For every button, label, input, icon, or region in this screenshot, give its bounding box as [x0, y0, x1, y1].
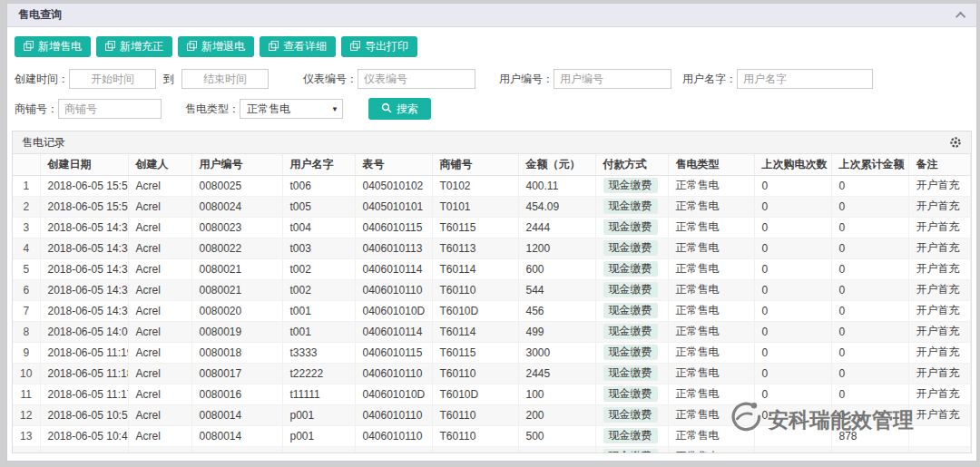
table-cell: 正常售电	[668, 342, 754, 363]
table-row[interactable]: 72018-06-05 14:30:1Acrel0080020t00104060…	[13, 300, 971, 321]
table-cell	[831, 446, 908, 453]
payment-method-badge: 现金缴费	[603, 407, 658, 423]
user-name-input[interactable]	[737, 69, 873, 89]
button-label: 导出打印	[365, 39, 408, 54]
table-cell: 200	[518, 404, 595, 425]
table-cell: t002	[282, 279, 355, 300]
table-row[interactable]: 102018-06-05 11:18:4Acrel0080017t2222204…	[13, 363, 971, 384]
table-cell: t006	[282, 175, 355, 196]
start-time-input[interactable]	[69, 69, 156, 89]
payment-method-badge: 现金缴费	[603, 261, 658, 277]
row-index: 13	[13, 425, 40, 446]
sale-type-select[interactable]: 正常售电 ▼	[240, 99, 343, 119]
table-cell: T60110	[432, 425, 518, 446]
table-cell: 0080017	[191, 363, 282, 384]
collapse-panel-icon[interactable]	[956, 11, 965, 21]
table-cell: 0	[754, 321, 831, 342]
table-cell: 正常售电	[668, 238, 754, 258]
export-print-button[interactable]: 导出打印	[341, 36, 417, 57]
table-cell	[754, 446, 831, 453]
payment-method-badge: 现金缴费	[603, 282, 658, 297]
table-cell: 0080018	[191, 342, 282, 363]
table-cell: 现金缴费	[595, 425, 668, 446]
table-cell: 2018-06-05 10:49:5	[40, 425, 128, 446]
table-cell: 2018-06-05 11:19:0	[40, 342, 128, 363]
user-no-input[interactable]	[554, 69, 671, 89]
table-row[interactable]: 142018-06-05 10:4Acrel0080014p0010406010…	[13, 446, 971, 453]
row-index: 4	[13, 238, 40, 258]
table-row[interactable]: 122018-06-05 10:53:0Acrel0080014p0010406…	[13, 404, 971, 425]
payment-method-badge: 现金缴费	[603, 365, 658, 381]
column-header: 用户编号	[191, 154, 282, 175]
table-row[interactable]: 92018-06-05 11:19:0Acrel0080018t33330406…	[13, 342, 971, 363]
table-cell: t003	[282, 238, 355, 258]
table-cell: 开户首充	[908, 300, 971, 321]
shop-no-label: 商铺号：	[15, 102, 58, 117]
table-cell: 0080020	[191, 300, 282, 321]
view-detail-button[interactable]: 查看详细	[260, 36, 336, 57]
table-row[interactable]: 112018-06-05 11:17:5Acrel0080016t1111104…	[13, 384, 971, 404]
shop-no-input[interactable]	[58, 99, 162, 119]
table-cell: Acrel	[128, 217, 191, 238]
row-index: 3	[13, 217, 40, 238]
table-cell: 2018-06-05 15:51:1	[40, 175, 128, 196]
column-settings-gear-icon[interactable]	[949, 136, 962, 149]
table-cell: 500	[518, 425, 595, 446]
row-index: 8	[13, 321, 40, 342]
table-cell: T60110	[432, 404, 518, 425]
add-sale-button[interactable]: 新增售电	[15, 36, 91, 57]
table-cell: 600	[518, 258, 595, 279]
table-row[interactable]: 42018-06-05 14:33:0Acrel0080022t00304060…	[13, 238, 971, 258]
table-cell: 正常售电	[668, 384, 754, 404]
table-cell: 2018-06-05 14:30:1	[40, 300, 128, 321]
meter-no-input[interactable]	[358, 69, 475, 89]
row-index: 6	[13, 279, 40, 300]
content-area: 新增售电 新增充正 新增退电 查看详细 导出打印 创建时间： 到	[7, 36, 976, 453]
table-row[interactable]: 62018-06-05 14:31:3Acrel0080021t00204060…	[13, 279, 971, 300]
column-header: 用户名字	[282, 154, 355, 175]
user-no-label: 用户编号：	[499, 72, 554, 87]
table-row[interactable]: 82018-06-05 14:05:1Acrel0080019t00104060…	[13, 321, 971, 342]
table-cell: 现金缴费	[595, 217, 668, 238]
table-cell: 0	[754, 342, 831, 363]
table-cell: t001	[282, 300, 355, 321]
table-cell: 2018-06-05 10:4	[40, 446, 128, 453]
table-row[interactable]: 22018-06-05 15:50:1Acrel0080024t00504050…	[13, 196, 971, 217]
table-cell: Acrel	[128, 446, 191, 453]
table-row[interactable]: 12018-06-05 15:51:1Acrel0080025t00604050…	[13, 175, 971, 196]
table-cell: Acrel	[128, 321, 191, 342]
table-cell: 0405010101	[355, 196, 432, 217]
table-cell: 开户首充	[908, 342, 971, 363]
table-cell: 开户首充	[908, 363, 971, 384]
table-cell: 正常售电	[668, 321, 754, 342]
add-refund-button[interactable]: 新增退电	[178, 36, 254, 57]
end-time-input[interactable]	[181, 69, 269, 89]
table-cell: T60114	[432, 258, 518, 279]
table-row[interactable]: 32018-06-05 14:33:2Acrel0080023t00404060…	[13, 217, 971, 238]
table-cell: 454.09	[518, 196, 595, 217]
column-header: 上次累计金额	[831, 154, 908, 175]
table-cell: 0080014	[191, 404, 282, 425]
table-cell: 0	[831, 321, 908, 342]
search-button[interactable]: 搜索	[368, 98, 431, 120]
table-cell: T60115	[432, 342, 518, 363]
table-cell: 0080014	[191, 446, 282, 453]
table-row[interactable]: 52018-06-05 14:31:3Acrel0080021t00204060…	[13, 258, 971, 279]
table-cell	[754, 425, 831, 446]
table-cell: 0406010110	[355, 279, 432, 300]
column-header: 付款方式	[595, 154, 668, 175]
table-cell	[518, 446, 595, 453]
table-cell: t002	[282, 258, 355, 279]
table-cell: 开户首充	[908, 258, 971, 279]
table-cell: 400.11	[518, 175, 595, 196]
column-header: 上次购电次数	[754, 154, 831, 175]
table-row[interactable]: 132018-06-05 10:49:5Acrel0080014p0010406…	[13, 425, 971, 446]
table-cell: 0	[831, 300, 908, 321]
table-cell: 正常售电	[668, 404, 754, 425]
payment-method-badge: 现金缴费	[603, 240, 658, 256]
add-recharge-correction-button[interactable]: 新增充正	[96, 36, 172, 57]
button-label: 查看详细	[283, 39, 327, 54]
table-cell: 开户首充	[908, 404, 971, 425]
table-cell: 现金缴费	[595, 238, 668, 258]
table-cell: 开户首充	[908, 175, 971, 196]
